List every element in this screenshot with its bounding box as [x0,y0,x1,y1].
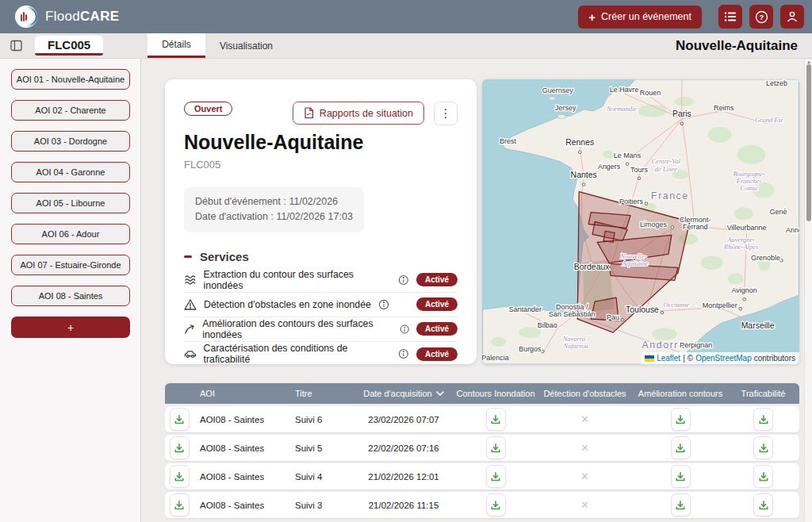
map-label: Le Havre [610,86,638,94]
download-button[interactable] [671,408,691,431]
service-row-2: Détection d'obstacles en zone inondéeAct… [184,293,458,317]
download-button[interactable] [486,465,506,488]
download-button[interactable] [671,465,691,488]
sidebar-item-aoi-4[interactable]: AOI 04 - Garonne [11,162,130,182]
status-badge: Ouvert [184,102,232,116]
column-header-3[interactable]: Date d'acquisition [352,389,455,398]
services-header[interactable]: Services [184,250,458,263]
download-icon [490,443,501,454]
map-label: Tours [630,166,648,174]
table-row-4: AOI08 - SaintesSuivi 321/02/2026 11:15✕ [165,492,799,518]
cell-titre: Suivi 5 [289,443,352,453]
info-icon[interactable] [400,324,409,335]
user-button[interactable] [780,5,804,29]
city-dot [638,177,641,180]
curve-arrow-icon [184,323,195,336]
brand-text: FloodCARE [45,9,119,25]
tab-visualisation[interactable]: Visualisation [205,33,287,58]
map-label: Villeurbanne [727,224,767,232]
sort-desc-icon[interactable] [436,391,444,396]
sidebar-toggle-button[interactable] [0,33,32,58]
city-dot [542,350,545,353]
download-button[interactable] [486,493,506,516]
map-label: Nafarroa [563,342,588,350]
column-header-2: Titre [289,389,352,398]
column-header-7: Traficabilité [727,389,799,398]
map-label: Poitiers [619,198,643,205]
sidebar-item-aoi-7[interactable]: AOI 07 - Estuaire-Gironde [11,255,130,275]
download-all-button[interactable] [170,493,190,516]
map-label: Reims [714,104,734,112]
scrollbar-thumb[interactable] [806,64,811,221]
sidebar-item-aoi-3[interactable]: AOI 03 - Dordogne [11,131,130,152]
download-button[interactable] [753,408,773,431]
column-header-6: Amélioration contours [634,389,727,398]
event-code-tab[interactable]: FLC005 [35,36,103,56]
leaflet-link[interactable]: Leaflet [657,354,680,363]
event-start-date: Début d'événement : 11/02/2026 [195,194,353,209]
add-aoi-button[interactable]: + [11,317,130,338]
download-button[interactable] [753,436,773,459]
page-title: Nouvelle-Aquitaine [676,33,798,59]
map-label: Palencia [482,354,509,362]
table-header-row: AOITitreDate d'acquisitionContours Inond… [165,383,799,404]
info-icon[interactable] [378,299,389,310]
download-button[interactable] [753,493,773,516]
download-button[interactable] [671,493,691,516]
sidebar-item-aoi-8[interactable]: AOI 08 - Saintes [11,286,130,306]
download-all-button[interactable] [170,436,190,459]
service-status-badge: Activé [416,322,458,336]
download-button[interactable] [753,465,773,488]
city-dot [739,307,742,310]
service-status-badge: Activé [416,297,458,311]
sidebar-item-aoi-2[interactable]: AOI 02 - Charente [11,100,130,121]
services-list: Extraction du contour des surfaces inond… [184,268,458,367]
vertical-scrollbar[interactable]: ▲ [804,59,812,522]
situation-reports-button[interactable]: Rapports de situation [293,102,424,125]
download-icon [174,500,185,511]
city-dot [626,163,629,166]
sub-bar: FLC005 Détails Visualisation Nouvelle-Aq… [0,33,812,59]
cell-date: 21/02/2026 12:01 [352,472,455,482]
download-button[interactable] [671,436,691,459]
tab-details[interactable]: Détails [147,33,205,58]
map-label: Montpellier [703,301,737,309]
map-label: Normandie [606,105,637,113]
osm-link[interactable]: OpenStreetMap [695,354,752,363]
sidebar-aoi-list: AOI 01 - Nouvelle-AquitaineAOI 02 - Char… [11,69,129,306]
map-label: Santander [509,305,542,313]
service-status-badge: Activé [416,347,458,361]
help-button[interactable]: ? [749,5,773,29]
sidebar-item-aoi-1[interactable]: AOI 01 - Nouvelle-Aquitaine [11,69,130,90]
leaflet-map[interactable]: LetzebGuernseyJerseyLe HavreRouenNormand… [482,79,799,364]
event-list-button[interactable] [718,5,742,29]
more-options-button[interactable]: ⋮ [434,102,458,125]
sidebar-item-aoi-6[interactable]: AOI 06 - Adour [11,224,130,244]
map-label: Brest [500,137,516,145]
service-label: Extraction du contour des surfaces inond… [204,269,392,291]
acquisitions-table: AOITitreDate d'acquisitionContours Inond… [165,383,799,518]
download-icon [758,443,769,454]
event-map[interactable]: LetzebGuernseyJerseyLe HavreRouenNormand… [482,79,799,364]
download-button[interactable] [486,436,506,459]
map-label: Genè [770,208,787,216]
not-available-icon: ✕ [580,470,589,482]
download-button[interactable] [486,408,506,431]
info-icon[interactable] [398,348,409,359]
sidebar-item-aoi-5[interactable]: AOI 05 - Libourne [11,193,130,213]
create-event-button[interactable]: + Créer un événement [578,6,702,29]
download-all-button[interactable] [170,408,190,431]
download-icon [174,471,185,482]
help-icon: ? [755,10,768,24]
service-status-badge: Activé [416,273,458,286]
download-all-button[interactable] [170,465,190,488]
map-label: Perpignan [680,341,712,349]
info-icon[interactable] [398,274,409,286]
table-row-1: AOI08 - SaintesSuivi 623/02/2026 07:07✕ [165,406,799,432]
floodcare-app: FloodCARE + Créer un événement ? [0,0,812,522]
map-label: Jersey [555,104,576,112]
download-icon [490,471,501,482]
cell-date: 21/02/2026 11:15 [352,501,455,510]
map-label: Burgos [519,345,542,353]
map-label: Bordeaux [574,263,611,271]
